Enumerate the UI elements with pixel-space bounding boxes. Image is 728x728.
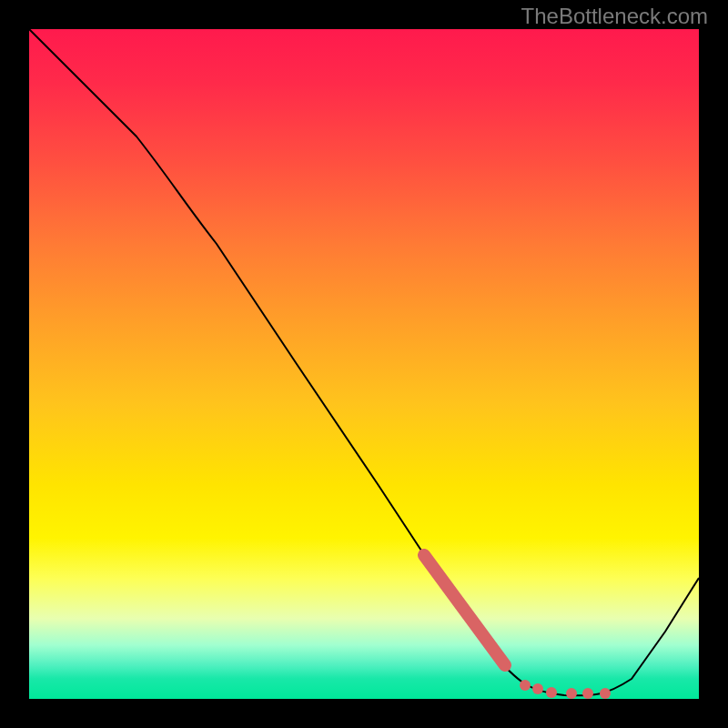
highlight-dot	[520, 680, 531, 691]
highlight-dot	[600, 688, 611, 699]
watermark-text: TheBottleneck.com	[521, 4, 708, 29]
highlight-dot	[566, 688, 577, 699]
chart-plot-area	[29, 29, 699, 699]
highlight-segment	[424, 555, 505, 665]
highlight-dot	[582, 688, 593, 699]
bottleneck-curve	[29, 29, 699, 695]
highlight-dot	[532, 683, 543, 694]
highlight-dot	[546, 687, 557, 698]
chart-svg	[29, 29, 699, 699]
